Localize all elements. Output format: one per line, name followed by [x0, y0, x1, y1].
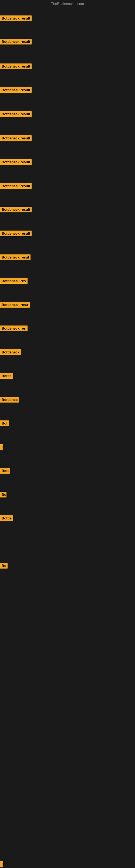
bottleneck-result-badge: Bottleneck res	[0, 278, 28, 284]
bottleneck-result-badge: Bottleneck	[0, 349, 21, 355]
site-title: TheBottlenecker.com	[51, 2, 84, 6]
bottleneck-result-badge: Bottleneck result	[0, 63, 32, 69]
bottleneck-result-badge: Bott	[0, 468, 10, 474]
bottleneck-result-badge: Bottleneck result	[0, 111, 32, 117]
bottleneck-result-badge: Bottleneck result	[0, 230, 32, 236]
bottleneck-result-badge: Bottleneck result	[0, 87, 32, 93]
bottleneck-result-badge: Bo	[0, 563, 8, 568]
bottleneck-result-badge: Bottlenec	[0, 397, 19, 403]
bottleneck-result-badge: Bottleneck result	[0, 159, 32, 165]
bottleneck-result-badge: Bottleneck res	[0, 326, 28, 331]
bottleneck-result-badge: Bottle	[0, 516, 13, 521]
bottleneck-result-badge: Bottleneck result	[0, 16, 32, 21]
bottleneck-result-badge: Bottleneck result	[0, 135, 32, 141]
bottleneck-result-badge: Bottleneck resul	[0, 254, 31, 260]
bottleneck-result-badge: Bottleneck result	[0, 39, 32, 44]
bottleneck-result-badge: |	[0, 861, 3, 867]
bottleneck-result-badge: Bottleneck resu	[0, 302, 30, 308]
bottleneck-result-badge: Bo	[0, 492, 6, 497]
bottleneck-result-badge: |	[0, 444, 3, 450]
bottleneck-result-badge: Bottle	[0, 373, 13, 379]
bottleneck-result-badge: Bot	[0, 421, 9, 426]
bottleneck-result-badge: Bottleneck result	[0, 183, 32, 189]
bottleneck-result-badge: Bottleneck result	[0, 207, 32, 212]
